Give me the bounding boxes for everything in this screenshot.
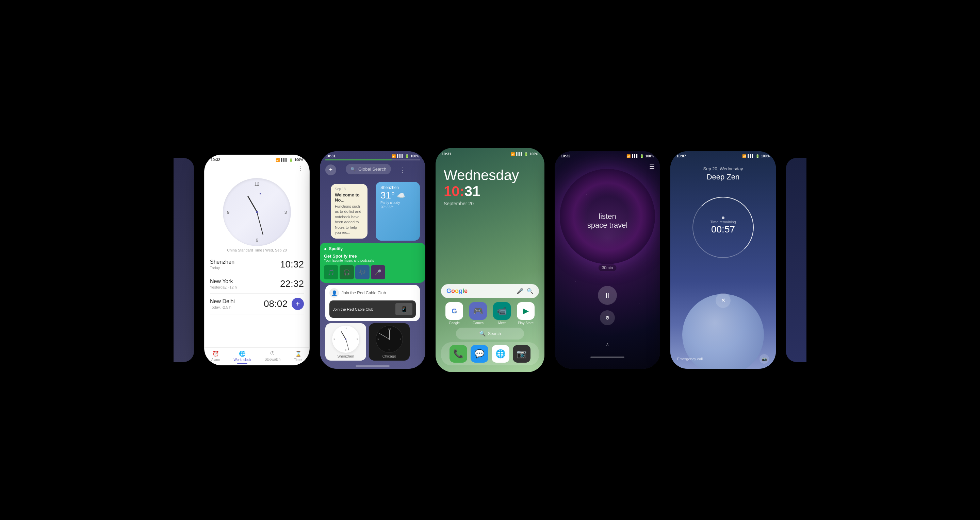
p3-date-section: Wednesday 10:31 September 20 (436, 157, 544, 208)
p4-listen-text: listen (555, 212, 660, 221)
phone-partial-left (173, 158, 194, 362)
phone-1: 10:32 📶 ▌▌▌ 🔋 100% ⋮ 12 3 6 9 (204, 155, 310, 365)
p4-chevron-icon[interactable]: ∧ (606, 342, 609, 347)
p2-content: 10:31 📶 ▌▌▌ 🔋 100% + 🔍 Global Search (320, 151, 425, 369)
p5-status-bar: 10:07 📶 ▌▌▌ 🔋 100% (670, 151, 776, 159)
search-pill-icon: 🔍 (479, 330, 486, 337)
microphone-icon[interactable]: 🎤 (517, 288, 523, 294)
p2-status-icons: 📶 ▌▌▌ 🔋 100% (392, 154, 419, 158)
app-playstore[interactable]: ▶ Play Store (515, 302, 536, 325)
nav-item-timer[interactable]: ⌛ Timer (294, 350, 302, 364)
weather-cloud-icon: ☁️ (397, 191, 405, 200)
phone-2: 10:31 📶 ▌▌▌ 🔋 100% + 🔍 Global Search (320, 151, 425, 369)
p5-camera-button[interactable]: 📷 (759, 354, 769, 364)
p1-status-time: 10:32 (211, 158, 220, 162)
spotify-widget[interactable]: ● Spotify Get Spotify free Your favorite… (320, 243, 425, 283)
p3-content: 10:31 📶 ▌▌▌ 🔋 100% Wednesday 10:31 Septe… (436, 148, 544, 372)
minute-hand (256, 212, 263, 235)
meet-app-label: Meet (498, 321, 506, 325)
worldclock-icon: 🌐 (239, 350, 246, 357)
google-app-label: Google (449, 321, 460, 325)
nav-active-indicator (237, 363, 247, 364)
app-google[interactable]: G Google (444, 302, 465, 325)
redcable-widget[interactable]: 👤 Join the Red Cable Club Join the Red C… (325, 285, 420, 321)
add-widget-button[interactable]: + (325, 165, 336, 175)
dock-phone-icon[interactable]: 📞 (450, 345, 467, 363)
mini-clock-face-shenzhen: 12 3 6 9 (332, 326, 360, 353)
battery-pct: 100% (294, 158, 303, 162)
hamburger-menu-button[interactable]: ☰ (649, 163, 655, 171)
equalizer-button[interactable]: ⚙ (600, 310, 615, 325)
p5-timer-ring: Time remaining 00:57 (692, 197, 754, 258)
p3-time: 10:31 (444, 183, 536, 200)
clock-face: 12 3 6 9 (223, 178, 291, 246)
search-pill[interactable]: 🔍 Search (456, 328, 524, 339)
p5-emergency-label[interactable]: Emergency call (677, 357, 703, 361)
spotify-images: 🎵 🎧 🎶 🎤 (324, 265, 421, 279)
p2-battery-icon: 🔋 (405, 154, 409, 158)
wc-delhi-row: New Delhi Today, -2.5 h 08:02 + (210, 298, 304, 310)
more-options-icon[interactable]: ⋮ (298, 165, 304, 172)
p3-day: Wednesday (444, 168, 536, 183)
nav-item-alarm[interactable]: ⏰ Alarm (211, 350, 220, 364)
clock-num-12: 12 (255, 181, 259, 187)
pause-button[interactable]: ⏸ (598, 286, 617, 305)
more-options-icon[interactable]: ⋮ (399, 166, 405, 174)
p1-status-icons: 📶 ▌▌▌ 🔋 100% (275, 158, 303, 162)
spotify-logo-icon: ● (324, 246, 327, 252)
wc-city-newyork: New York (210, 278, 237, 284)
p3-status-icons: 📶 ▌▌▌ 🔋 100% (511, 152, 538, 156)
clock-num-3: 3 (285, 210, 287, 215)
weather-widget[interactable]: Shenzhen 31° ☁️ Partly cloudy 26° / 33° (375, 182, 420, 241)
p5-title: Deep Zen (677, 173, 769, 181)
p5-cancel-button[interactable]: ✕ (716, 293, 730, 308)
note-widget[interactable]: Sep 18 Welcome to No... Functions such a… (331, 184, 368, 239)
clock-dot (259, 193, 261, 194)
google-search-bar[interactable]: Google 🎤 🔍 (441, 284, 539, 298)
wc-time-newyork: 22:32 (280, 278, 304, 289)
p1-status-bar: 10:32 📶 ▌▌▌ 🔋 100% (205, 155, 309, 163)
phones-container: 10:32 📶 ▌▌▌ 🔋 100% ⋮ 12 3 6 9 (173, 148, 807, 372)
p5-signal-icon: ▌▌▌ (748, 154, 754, 158)
p2-handle (320, 363, 425, 369)
p4-controls: ⏸ ⚙ (555, 286, 660, 325)
p5-header: Sep 20, Wednesday Deep Zen (670, 159, 776, 185)
signal-icon: ▌▌▌ (281, 158, 288, 162)
weather-range: 26° / 33° (380, 205, 415, 209)
wc-time-shenzhen: 10:32 (280, 259, 304, 270)
nav-item-worldclock[interactable]: 🌐 World clock (234, 350, 251, 364)
wc-city-info: Shenzhen Today (210, 259, 234, 270)
app-meet[interactable]: 📹 Meet (492, 302, 512, 325)
add-city-button[interactable]: + (292, 298, 304, 310)
app-games[interactable]: 🎮 Games (468, 302, 488, 325)
redcable-promo: Join the Red Cable Club 📱 (329, 300, 416, 318)
p1-content: 10:32 📶 ▌▌▌ 🔋 100% ⋮ 12 3 6 9 (205, 155, 309, 365)
alarm-icon: ⏰ (212, 350, 219, 357)
progress-bar (325, 159, 392, 160)
nav-item-stopwatch[interactable]: ⏱ Stopwatch (265, 350, 281, 364)
dock-camera-icon[interactable]: 📷 (513, 345, 530, 363)
p3-battery-pct: 100% (530, 152, 538, 156)
playstore-app-icon: ▶ (517, 302, 535, 320)
lens-icon[interactable]: 🔍 (527, 288, 533, 294)
world-clock-list: Shenzhen Today 10:32 New York Yesterday,… (205, 255, 309, 314)
spotify-sub: Your favorite music and podcasts (324, 258, 421, 262)
p3-time-white: 31 (465, 183, 480, 199)
timer-label: Timer (294, 358, 302, 361)
mini-clock-shenzhen: 12 3 6 9 Shenzhen (325, 323, 366, 361)
p2-search-bar[interactable]: 🔍 Global Search (346, 164, 391, 174)
phone-partial-right (786, 158, 807, 362)
p3-status-bar: 10:31 📶 ▌▌▌ 🔋 100% (436, 148, 544, 157)
games-app-icon: 🎮 (469, 302, 487, 320)
redcable-avatar: 👤 (329, 288, 339, 298)
p3-bottom: Google 🎤 🔍 G Google 🎮 (436, 284, 544, 372)
wc-time-newdelhi: 08:02 (264, 298, 288, 309)
weather-desc: Partly cloudy (380, 201, 415, 205)
clocks-row: 12 3 6 9 Shenzhen 12 3 6 (325, 323, 420, 361)
dock-messages-icon[interactable]: 💬 (471, 345, 488, 363)
timezone-label: China Standard Time | Wed, Sep 20 (227, 248, 287, 252)
dock-chrome-icon[interactable]: 🌐 (492, 345, 509, 363)
alarm-label: Alarm (211, 358, 220, 361)
mini-clock-face-chicago: 12 3 6 9 (375, 326, 403, 353)
stopwatch-label: Stopwatch (265, 358, 281, 361)
